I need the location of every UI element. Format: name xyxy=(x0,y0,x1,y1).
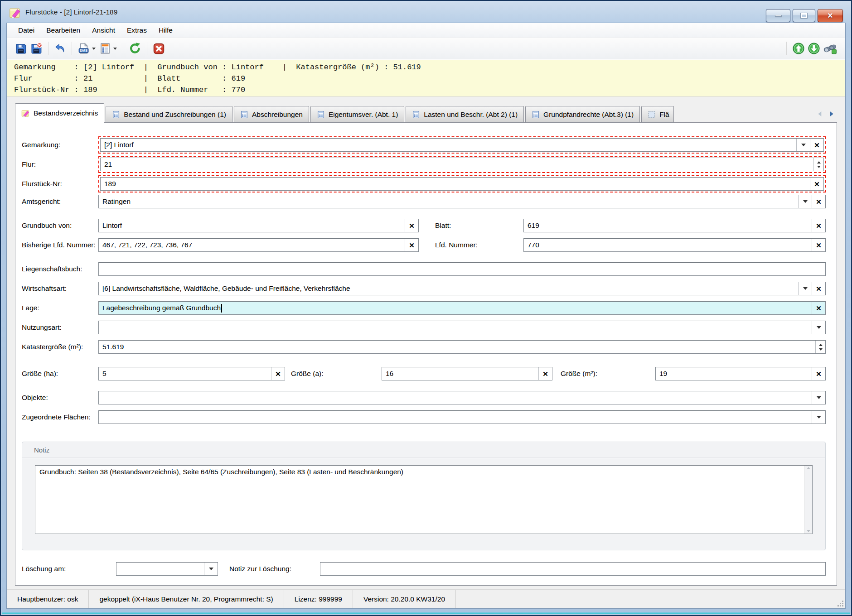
lage-input[interactable]: Lagebeschreibung gemäß Grundbuch xyxy=(99,302,812,314)
save-close-button[interactable] xyxy=(29,40,44,57)
tab-scroll-right-icon[interactable] xyxy=(829,111,834,117)
save-icon xyxy=(15,43,27,54)
lage-box: Lagebeschreibung gemäß Grundbuch ✕ xyxy=(98,301,826,315)
search-button[interactable] xyxy=(822,40,839,57)
katastergroesse-spinner[interactable] xyxy=(815,341,825,353)
table-icon xyxy=(412,111,420,119)
liegenschaftsbuch-input[interactable] xyxy=(99,263,825,275)
nutzungsart-input[interactable] xyxy=(99,321,812,334)
notiz-zur-loeschung-input[interactable] xyxy=(320,563,825,575)
save-button[interactable] xyxy=(13,40,29,57)
notiz-legend: Notiz xyxy=(22,442,825,458)
undo-button[interactable] xyxy=(53,40,68,57)
wirtschaftsart-label: Wirtschaftsart: xyxy=(22,284,98,293)
lfd-nummer-clear-button[interactable]: ✕ xyxy=(812,239,825,251)
minimize-button[interactable] xyxy=(766,9,790,22)
binoculars-icon xyxy=(823,43,837,54)
objekte-dropdown-button[interactable] xyxy=(812,391,825,404)
dms-button[interactable]: DMS xyxy=(76,40,97,57)
menu-bearbeiten[interactable]: Bearbeiten xyxy=(40,23,86,38)
tab-grundpfandrechte[interactable]: Grundpfandrechte (Abt.3) (1) xyxy=(525,106,640,122)
gemarkung-label: Gemarkung: xyxy=(22,141,98,149)
form-row: Bisherige Lfd. Nummer: ✕ Lfd. Nummer: ✕ xyxy=(22,238,826,252)
tab-scroll-left-icon[interactable] xyxy=(817,111,822,117)
wirtschaftsart-combo: ✕ xyxy=(98,282,826,295)
amtsgericht-clear-button[interactable]: ✕ xyxy=(812,195,825,208)
tab-bestand-zuschreibungen[interactable]: Bestand und Zuschreibungen (1) xyxy=(106,106,232,122)
tab-abschreibungen[interactable]: Abschreibungen xyxy=(234,106,309,122)
list-view-button[interactable] xyxy=(97,40,119,57)
gemarkung-input[interactable] xyxy=(101,139,796,151)
groesse-ha-clear-button[interactable]: ✕ xyxy=(271,367,285,380)
title-bar[interactable]: Flurstücke - [2] Lintorf-21-189 ✕ xyxy=(2,2,850,23)
loeschung-am-dropdown-button[interactable] xyxy=(204,563,218,575)
tab-eigentumsver[interactable]: Eigentumsver. (Abt. 1) xyxy=(310,106,404,122)
groesse-a-clear-button[interactable]: ✕ xyxy=(538,367,552,380)
close-button[interactable]: ✕ xyxy=(818,9,843,22)
refresh-button[interactable] xyxy=(127,40,143,57)
save-close-icon xyxy=(30,43,42,54)
objekte-input[interactable] xyxy=(99,391,812,404)
loeschung-am-label: Löschung am: xyxy=(22,565,116,573)
clear-icon: ✕ xyxy=(275,371,281,377)
next-record-button[interactable] xyxy=(806,40,822,57)
menu-hilfe[interactable]: Hilfe xyxy=(153,23,179,38)
blatt-clear-button[interactable]: ✕ xyxy=(812,219,825,232)
flur-input[interactable] xyxy=(101,158,813,171)
wirtschaftsart-input[interactable] xyxy=(99,282,798,295)
groesse-ha-label: Größe (ha): xyxy=(22,370,98,378)
maximize-button[interactable] xyxy=(793,9,815,22)
groesse-m2-input[interactable] xyxy=(656,367,812,380)
grundbuch-von-input[interactable] xyxy=(99,219,405,232)
list-icon xyxy=(99,43,111,54)
resize-grip[interactable] xyxy=(837,600,844,607)
flur-spinner[interactable] xyxy=(813,158,823,171)
arrow-up-icon xyxy=(793,43,804,54)
blatt-input[interactable] xyxy=(524,219,812,232)
amtsgericht-input[interactable] xyxy=(99,195,798,208)
notiz-scrollbar[interactable] xyxy=(804,466,812,534)
chevron-down-icon xyxy=(803,287,808,290)
previous-record-button[interactable] xyxy=(791,40,806,57)
clear-icon: ✕ xyxy=(816,198,822,205)
groesse-a-input[interactable] xyxy=(382,367,538,380)
gemarkung-dropdown-button[interactable] xyxy=(796,139,810,151)
menu-extras[interactable]: Extras xyxy=(121,23,153,38)
bisherige-lfd-clear-button[interactable]: ✕ xyxy=(405,239,418,251)
groesse-ha-input[interactable] xyxy=(99,367,271,380)
wirtschaftsart-clear-button[interactable]: ✕ xyxy=(812,282,825,295)
close-record-button[interactable] xyxy=(151,40,166,57)
menu-bar: Datei Bearbeiten Ansicht Extras Hilfe xyxy=(7,23,845,38)
menu-ansicht[interactable]: Ansicht xyxy=(86,23,121,38)
loeschung-am-input[interactable] xyxy=(116,563,204,575)
tab-label: Grundpfandrechte (Abt.3) (1) xyxy=(543,111,634,119)
tab-flaechen[interactable]: Flä xyxy=(641,106,674,122)
clear-icon: ✕ xyxy=(816,371,822,377)
gemarkung-clear-button[interactable]: ✕ xyxy=(810,139,823,151)
zugeordnete-flaechen-dropdown-button[interactable] xyxy=(812,411,825,424)
groesse-m2-clear-button[interactable]: ✕ xyxy=(812,367,825,380)
flurstueck-nr-input[interactable] xyxy=(101,178,810,190)
dms-dropdown-icon xyxy=(92,48,96,50)
notiz-textarea[interactable]: Grundbuch: Seiten 38 (Bestandsverzeichni… xyxy=(35,466,804,534)
tab-bestandsverzeichnis[interactable]: Bestandsverzeichnis xyxy=(15,103,104,123)
zugeordnete-flaechen-input[interactable] xyxy=(99,411,812,424)
nutzungsart-dropdown-button[interactable] xyxy=(812,321,825,334)
tab-lasten-beschr[interactable]: Lasten und Beschr. (Abt 2) (1) xyxy=(406,106,524,122)
clear-icon: ✕ xyxy=(816,242,822,249)
katastergroesse-input[interactable] xyxy=(99,341,815,353)
menu-datei[interactable]: Datei xyxy=(12,23,40,38)
lfd-nummer-input[interactable] xyxy=(524,239,812,251)
amtsgericht-dropdown-button[interactable] xyxy=(798,195,812,208)
lage-clear-button[interactable]: ✕ xyxy=(812,302,825,314)
flurstueck-nr-clear-button[interactable]: ✕ xyxy=(810,178,823,190)
form-row: Zugeordnete Flächen: xyxy=(22,410,826,424)
chevron-down-icon xyxy=(209,568,213,570)
bisherige-lfd-input[interactable] xyxy=(99,239,405,251)
wirtschaftsart-dropdown-button[interactable] xyxy=(798,282,812,295)
grundbuch-von-clear-button[interactable]: ✕ xyxy=(405,219,418,232)
tab-label: Eigentumsver. (Abt. 1) xyxy=(329,111,398,119)
arrow-down-icon xyxy=(808,43,820,54)
form-row: Liegenschaftsbuch: xyxy=(22,262,826,276)
status-bar: Hauptbenutzer: osk gekoppelt (iX-Haus Be… xyxy=(7,589,845,608)
